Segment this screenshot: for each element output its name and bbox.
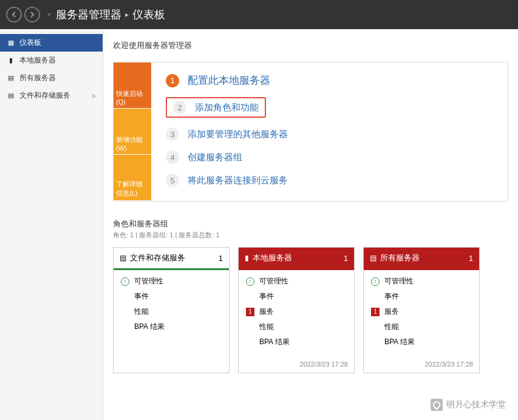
step-add-roles[interactable]: 2 添加角色和功能 xyxy=(166,97,493,118)
tile-row[interactable]: 性能 xyxy=(246,322,347,332)
server-icon: ▮ xyxy=(245,254,249,262)
tile-row[interactable]: 可管理性 xyxy=(246,276,347,286)
tile-row[interactable]: 可管理性 xyxy=(121,276,222,286)
tab-learnmore[interactable]: 了解详细信息(L) xyxy=(114,155,151,201)
tile-row[interactable]: 1服务 xyxy=(246,307,347,317)
sidebar-item-local-server[interactable]: ▮ 本地服务器 xyxy=(0,52,103,69)
chevron-right-icon: ▸ xyxy=(125,10,129,19)
sidebar-item-all-servers[interactable]: ▤ 所有服务器 xyxy=(0,69,103,87)
main-content: 欢迎使用服务器管理器 快速启动(Q) 新增功能(W) 了解详细信息(L) 1 配… xyxy=(103,29,518,420)
tile-row[interactable]: BPA 结果 xyxy=(121,322,222,332)
tile-row[interactable]: 事件 xyxy=(121,291,222,302)
quickstart-tabs: 快速启动(Q) 新增功能(W) 了解详细信息(L) xyxy=(114,63,151,201)
tile-header: ▤ 所有服务器 1 xyxy=(364,248,479,270)
step-label: 配置此本地服务器 xyxy=(188,73,270,87)
tile-count: 1 xyxy=(344,254,348,263)
ok-icon xyxy=(121,277,129,286)
tile-body: 可管理性 事件 性能 BPA 结果 xyxy=(114,270,229,352)
tile-count: 1 xyxy=(219,254,223,263)
servers-icon: ▤ xyxy=(370,254,377,262)
tile-row[interactable]: 可管理性 xyxy=(371,276,472,286)
tile-timestamp xyxy=(114,352,229,359)
step-number: 1 xyxy=(166,74,179,87)
step-connect-cloud[interactable]: 5 将此服务器连接到云服务 xyxy=(166,174,493,187)
sidebar-item-label: 仪表板 xyxy=(19,38,41,48)
ok-icon xyxy=(246,277,254,286)
alert-icon: 1 xyxy=(246,308,254,316)
forward-button[interactable] xyxy=(24,7,40,22)
sidebar-item-label: 所有服务器 xyxy=(19,73,56,83)
tile-local-server[interactable]: ▮ 本地服务器 1 可管理性 事件 1服务 性能 BPA 结果 2022/3/2… xyxy=(238,247,355,373)
tile-header: ▤ 文件和存储服务 1 xyxy=(114,248,229,270)
sidebar-item-label: 本地服务器 xyxy=(19,55,56,66)
step-create-group[interactable]: 4 创建服务器组 xyxy=(166,151,493,164)
step-label: 创建服务器组 xyxy=(188,152,242,163)
server-icon: ▮ xyxy=(6,56,16,64)
roles-section-subtitle: 角色: 1 | 服务器组: 1 | 服务器总数: 1 xyxy=(113,231,508,240)
storage-icon: ▤ xyxy=(6,92,16,100)
sidebar-item-dashboard[interactable]: ▦ 仪表板 xyxy=(0,34,103,52)
tab-quickstart[interactable]: 快速启动(Q) xyxy=(114,63,151,109)
servers-icon: ▤ xyxy=(6,74,16,82)
sidebar-item-label: 文件和存储服务 xyxy=(19,90,70,101)
ok-icon xyxy=(371,277,380,286)
step-add-servers[interactable]: 3 添加要管理的其他服务器 xyxy=(166,127,493,141)
alert-icon: 1 xyxy=(371,308,380,316)
tile-row[interactable]: 性能 xyxy=(121,307,222,317)
tile-all-servers[interactable]: ▤ 所有服务器 1 可管理性 事件 1服务 性能 BPA 结果 2022/3/2… xyxy=(363,247,480,373)
sidebar-item-file-storage[interactable]: ▤ 文件和存储服务 ▷ xyxy=(0,87,103,104)
highlight-box: 2 添加角色和功能 xyxy=(166,97,266,118)
step-label: 添加角色和功能 xyxy=(195,102,259,113)
tile-row[interactable]: 事件 xyxy=(371,291,472,302)
step-label: 将此服务器连接到云服务 xyxy=(188,175,288,186)
tile-body: 可管理性 事件 1服务 性能 BPA 结果 xyxy=(239,270,354,358)
dashboard-icon: ▦ xyxy=(6,39,16,47)
tile-row[interactable]: 性能 xyxy=(371,322,472,332)
step-number: 5 xyxy=(166,174,179,187)
breadcrumb-app[interactable]: 服务器管理器 xyxy=(56,7,121,22)
tile-title-label: 所有服务器 xyxy=(380,252,420,263)
roles-section-title: 角色和服务器组 xyxy=(113,218,508,229)
quickstart-panel: 快速启动(Q) 新增功能(W) 了解详细信息(L) 1 配置此本地服务器 2 添… xyxy=(113,62,508,202)
step-number: 2 xyxy=(173,101,186,114)
chevron-right-icon: ▷ xyxy=(92,93,97,99)
back-button[interactable] xyxy=(6,7,22,22)
step-number: 4 xyxy=(166,151,179,164)
watermark-text: 明月心技术学堂 xyxy=(446,399,506,410)
tile-file-storage[interactable]: ▤ 文件和存储服务 1 可管理性 事件 性能 BPA 结果 xyxy=(113,247,230,373)
step-label: 添加要管理的其他服务器 xyxy=(188,129,288,140)
tiles-row: ▤ 文件和存储服务 1 可管理性 事件 性能 BPA 结果 ▮ xyxy=(113,247,508,373)
watermark: 明月心技术学堂 xyxy=(431,399,506,411)
tile-count: 1 xyxy=(469,254,473,263)
breadcrumb: 服务器管理器 ▸ 仪表板 xyxy=(56,7,165,22)
tile-header: ▮ 本地服务器 1 xyxy=(239,248,354,270)
tile-timestamp: 2022/3/23 17:28 xyxy=(364,358,479,373)
step-configure-server[interactable]: 1 配置此本地服务器 xyxy=(166,73,493,87)
step-number: 3 xyxy=(166,127,179,141)
wechat-icon xyxy=(431,399,443,411)
tile-timestamp: 2022/3/23 17:28 xyxy=(239,358,354,373)
tile-row[interactable]: BPA 结果 xyxy=(371,337,472,347)
quickstart-steps: 1 配置此本地服务器 2 添加角色和功能 3 添加要管理的其他服务器 4 创建服… xyxy=(151,63,508,201)
title-bar: ▾ 服务器管理器 ▸ 仪表板 xyxy=(0,0,518,29)
tab-whatsnew[interactable]: 新增功能(W) xyxy=(114,109,151,155)
tile-row[interactable]: 事件 xyxy=(246,291,347,302)
divider: ▾ xyxy=(47,10,51,19)
tile-row[interactable]: BPA 结果 xyxy=(246,337,347,347)
welcome-title: 欢迎使用服务器管理器 xyxy=(113,40,508,51)
tile-body: 可管理性 事件 1服务 性能 BPA 结果 xyxy=(364,270,479,358)
tile-title-label: 本地服务器 xyxy=(253,252,292,263)
sidebar: ▦ 仪表板 ▮ 本地服务器 ▤ 所有服务器 ▤ 文件和存储服务 ▷ xyxy=(0,29,103,420)
breadcrumb-page: 仪表板 xyxy=(132,7,165,22)
tile-row[interactable]: 1服务 xyxy=(371,307,472,317)
tile-title-label: 文件和存储服务 xyxy=(130,252,185,263)
storage-icon: ▤ xyxy=(120,254,126,262)
